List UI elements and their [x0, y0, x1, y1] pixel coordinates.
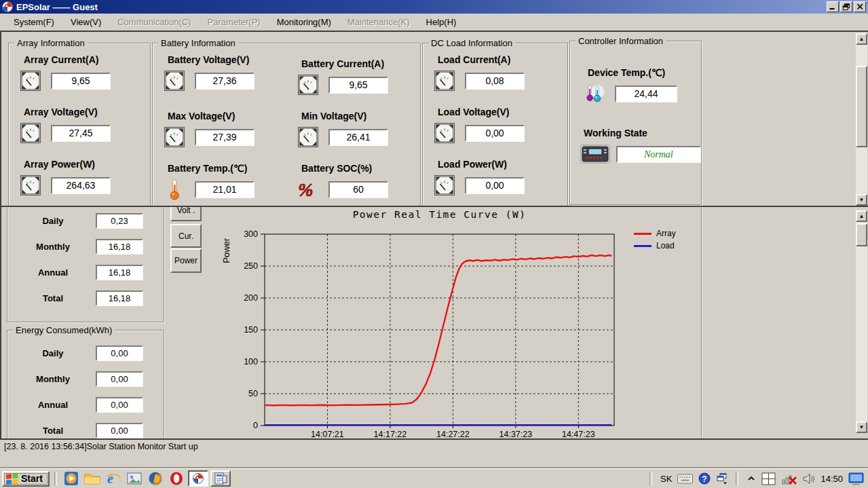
- epsolar-logo-icon: [193, 473, 204, 484]
- minimize-button[interactable]: [827, 1, 839, 12]
- window-controls: [825, 1, 866, 12]
- field-load-current: Load Current(A) 0,08: [434, 54, 567, 92]
- image-viewer-icon[interactable]: [125, 470, 144, 487]
- svg-text:150: 150: [244, 325, 258, 335]
- field-max-voltage: Max Voltage(V) 27,39: [164, 111, 286, 148]
- show-desktop-icon[interactable]: [848, 472, 864, 485]
- volt-curve-button[interactable]: Volt .: [170, 206, 202, 221]
- energy-consumed-total-value: 0,00: [96, 423, 143, 438]
- energy-row: Annual 0,00: [25, 397, 164, 413]
- svg-text:14:07:21: 14:07:21: [311, 430, 344, 439]
- monitoring-section: Daily 0,23 Monthly 16,18 Annual 16,18 To…: [0, 206, 868, 440]
- panel-energy-generated: Daily 0,23 Monthly 16,18 Annual 16,18 To…: [7, 206, 164, 322]
- energy-generated-total-value: 16,18: [96, 290, 143, 306]
- load-power-value: 0,00: [465, 177, 525, 194]
- load-voltage-value: 0,00: [465, 125, 525, 142]
- device-temp-value: 24,44: [615, 86, 677, 102]
- window-title: EPSolar —— Guest: [16, 2, 98, 12]
- legend-label-load: Load: [656, 241, 675, 250]
- svg-text:14:17:22: 14:17:22: [374, 430, 407, 439]
- min-voltage-value: 26,41: [328, 129, 388, 146]
- menu-help[interactable]: Help(H): [418, 15, 465, 29]
- legend-line-array: [634, 233, 652, 235]
- svg-text:0: 0: [253, 421, 258, 430]
- panel-array-information: Array Information Array Current(A) 9,65 …: [8, 43, 151, 207]
- field-battery-soc: Battery SOC(%) % 60: [297, 163, 420, 200]
- help-icon[interactable]: ?: [698, 472, 711, 485]
- network-offline-icon[interactable]: [781, 472, 797, 485]
- scrollbar-thumb[interactable]: [856, 66, 867, 147]
- energy-row: Monthly 16,18: [25, 239, 164, 255]
- power-curve-button[interactable]: Power: [170, 248, 202, 273]
- menu-system[interactable]: System(F): [5, 15, 62, 29]
- upper-scrollbar[interactable]: ▲ ▼: [856, 33, 867, 206]
- internet-explorer-icon[interactable]: e: [104, 470, 123, 487]
- folder-icon[interactable]: [83, 470, 102, 487]
- load-current-value: 0,08: [465, 73, 525, 90]
- svg-text:300: 300: [244, 229, 258, 239]
- field-battery-voltage: Battery Voltage(V) 27,36: [164, 54, 286, 96]
- field-array-current: Array Current(A) 9,65: [20, 54, 150, 92]
- meter-icon: [20, 174, 41, 196]
- volume-icon[interactable]: [802, 473, 815, 485]
- close-button[interactable]: [854, 1, 866, 12]
- panel-title: Energy Consumed(kWh): [13, 325, 115, 335]
- battery-soc-value: 60: [328, 181, 388, 198]
- power-chart-svg: 05010015020025030014:07:2114:17:2214:27:…: [205, 219, 701, 440]
- menu-parameter: Parameter(P): [200, 15, 269, 29]
- energy-generated-monthly-value: 16,18: [96, 239, 143, 255]
- scroll-down-arrow[interactable]: ▼: [856, 421, 867, 433]
- energy-row: Annual 16,18: [25, 265, 164, 280]
- working-state-value: Normal: [616, 146, 701, 163]
- controller-device-icon: [580, 143, 611, 165]
- scroll-up-arrow[interactable]: ▲: [856, 210, 867, 222]
- scrollbar-thumb[interactable]: [856, 223, 867, 246]
- array-voltage-value: 27,45: [51, 125, 111, 142]
- current-curve-button[interactable]: Cur.: [170, 224, 202, 248]
- lower-scrollbar[interactable]: ▲ ▼: [856, 210, 867, 433]
- meter-icon: [434, 70, 455, 92]
- svg-text:%: %: [298, 180, 314, 199]
- panel-battery-information: Battery Information Battery Voltage(V) 2…: [152, 43, 421, 207]
- energy-generated-daily-value: 0,23: [96, 213, 143, 229]
- document-task-button[interactable]: [210, 470, 231, 487]
- panel-energy-consumed: Energy Consumed(kWh) Daily 0,00 Monthly …: [7, 330, 164, 440]
- window-restore-icon[interactable]: [716, 472, 728, 485]
- status-message: [23. 8. 2016 13:56:34]Solar Station Moni…: [4, 442, 198, 451]
- window-grid-icon[interactable]: [761, 472, 776, 485]
- chevron-up-icon[interactable]: [747, 474, 756, 483]
- field-battery-temp: Battery Temp.(℃) 21,01: [164, 163, 286, 200]
- chart-legend: Array Load: [634, 229, 676, 253]
- scroll-down-arrow[interactable]: ▼: [856, 194, 867, 206]
- opera-icon[interactable]: [167, 470, 186, 487]
- max-voltage-value: 27,39: [195, 129, 254, 146]
- keyboard-icon[interactable]: [677, 474, 693, 484]
- energy-row: Total 16,18: [25, 290, 164, 306]
- media-player-icon[interactable]: [62, 470, 81, 487]
- svg-text:100: 100: [244, 357, 258, 367]
- document-icon: [214, 472, 227, 485]
- field-device-temp: Device Temp.(℃) 24,44: [584, 67, 701, 105]
- menu-bar: System(F) View(V) Communication(C) Param…: [0, 14, 868, 31]
- field-min-voltage: Min Voltage(V) 26,41: [297, 111, 420, 148]
- restore-button[interactable]: [840, 1, 852, 12]
- start-button[interactable]: Start: [2, 471, 50, 487]
- percent-icon: %: [297, 179, 319, 200]
- epsolar-task-button[interactable]: [188, 470, 208, 487]
- panel-title: Controller Information: [575, 36, 666, 46]
- svg-text:14:27:22: 14:27:22: [436, 430, 470, 439]
- firefox-icon[interactable]: [146, 470, 165, 487]
- scroll-up-arrow[interactable]: ▲: [856, 33, 867, 45]
- field-load-power: Load Power(W) 0,00: [434, 159, 567, 196]
- meter-icon: [434, 174, 455, 196]
- tray-language-indicator[interactable]: SK: [660, 474, 672, 484]
- panel-controller-information: Controller Information Device Temp.(℃) 2…: [569, 41, 702, 205]
- tray-clock[interactable]: 14:50: [820, 474, 843, 484]
- menu-monitoring[interactable]: Monitoring(M): [269, 15, 339, 29]
- meter-icon: [20, 122, 41, 144]
- meter-icon: [164, 126, 185, 148]
- status-bar: [23. 8. 2016 13:56:34]Solar Station Moni…: [0, 438, 868, 459]
- panel-dc-load-information: DC Load Information Load Current(A) 0,08…: [422, 43, 568, 207]
- menu-view[interactable]: View(V): [62, 15, 109, 29]
- field-load-voltage: Load Voltage(V) 0,00: [434, 107, 567, 144]
